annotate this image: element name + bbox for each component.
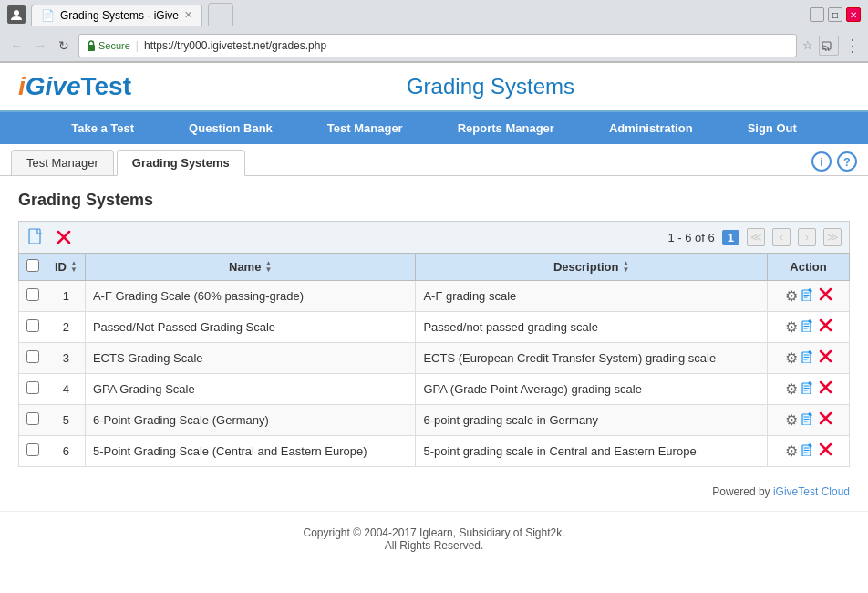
new-tab-btn[interactable] <box>208 3 233 26</box>
forward-button[interactable]: → <box>31 36 49 55</box>
row-checkbox[interactable] <box>26 319 39 332</box>
table-controls-right: 1 - 6 of 6 1 ≪ ‹ › ≫ <box>667 228 842 246</box>
close-button[interactable]: ✕ <box>846 7 861 22</box>
new-doc-button[interactable] <box>26 227 46 247</box>
powered-label: Powered by <box>712 485 770 498</box>
row-action-cell: ⚙ <box>768 405 850 436</box>
row-checkbox[interactable] <box>26 350 39 363</box>
nav-question-bank[interactable]: Question Bank <box>161 112 300 144</box>
action-icons: ⚙ <box>775 318 842 336</box>
action-icons: ⚙ <box>775 349 842 367</box>
browser-tab[interactable]: 📄 Grading Systems - iGive ✕ <box>31 5 202 26</box>
row-check-cell <box>19 343 47 374</box>
tab-bar: Test Manager Grading Systems i ? <box>0 144 868 176</box>
address-input[interactable]: Secure | https://try000.igivetest.net/gr… <box>78 34 797 57</box>
edit-icon[interactable] <box>801 287 815 305</box>
row-action-cell: ⚙ <box>768 436 850 467</box>
nav-administration[interactable]: Administration <box>582 112 720 144</box>
reload-button[interactable]: ↻ <box>55 36 73 55</box>
settings-icon[interactable]: ⚙ <box>785 287 798 305</box>
edit-icon[interactable] <box>801 442 815 460</box>
row-name-cell: GPA Grading Scale <box>85 374 416 405</box>
title-bar-left: 📄 Grading Systems - iGive ✕ <box>7 3 802 26</box>
cast-icon[interactable] <box>819 36 839 56</box>
site-header: iGiveTest Grading Systems <box>0 63 868 112</box>
row-check-cell <box>19 436 47 467</box>
settings-icon[interactable]: ⚙ <box>785 318 798 336</box>
table-row: 5 6-Point Grading Scale (Germany) 6-poin… <box>19 405 850 436</box>
address-bar: ← → ↻ Secure | https://try000.igivetest.… <box>0 29 868 62</box>
tab-icon: 📄 <box>41 9 55 22</box>
settings-icon[interactable]: ⚙ <box>785 442 798 460</box>
table-controls-left <box>26 227 74 247</box>
delete-icon[interactable] <box>819 349 832 367</box>
delete-icon[interactable] <box>819 442 832 460</box>
help-button[interactable]: ? <box>837 151 857 172</box>
tab-close-icon[interactable]: ✕ <box>184 9 192 21</box>
settings-icon[interactable]: ⚙ <box>785 349 798 367</box>
row-checkbox[interactable] <box>26 443 39 456</box>
main-nav: Take a Test Question Bank Test Manager R… <box>0 112 868 144</box>
row-checkbox[interactable] <box>26 288 39 301</box>
edit-icon[interactable] <box>801 349 815 367</box>
delete-icon[interactable] <box>819 287 832 305</box>
row-checkbox[interactable] <box>26 381 39 394</box>
info-button[interactable]: i <box>811 151 832 172</box>
svg-rect-3 <box>29 229 40 244</box>
first-page-button[interactable]: ≪ <box>747 228 765 246</box>
url-text[interactable]: https://try000.igivetest.net/grades.php <box>144 39 326 52</box>
delete-icon[interactable] <box>819 318 832 336</box>
nav-test-manager[interactable]: Test Manager <box>300 112 430 144</box>
tab-test-manager[interactable]: Test Manager <box>11 150 114 175</box>
col-name[interactable]: Name ▲▼ <box>85 254 416 281</box>
row-description-cell: ECTS (European Credit Transfer System) g… <box>416 343 768 374</box>
row-id-cell: 1 <box>47 281 86 312</box>
id-sort-icon: ▲▼ <box>70 261 78 273</box>
row-id-cell: 6 <box>47 436 86 467</box>
action-icons: ⚙ <box>775 411 842 429</box>
content-area: Grading Systems 1 - 6 of 6 1 ≪ ‹ › ≫ <box>0 176 868 482</box>
section-title: Grading Systems <box>18 191 850 210</box>
row-name-cell: Passed/Not Passed Grading Scale <box>85 312 416 343</box>
back-button[interactable]: ← <box>7 36 26 55</box>
secure-badge: Secure <box>87 40 130 51</box>
table-row: 2 Passed/Not Passed Grading Scale Passed… <box>19 312 850 343</box>
nav-sign-out[interactable]: Sign Out <box>720 112 824 144</box>
user-icon-btn[interactable] <box>7 5 26 24</box>
row-name-cell: 6-Point Grading Scale (Germany) <box>85 405 416 436</box>
row-description-cell: A-F grading scale <box>416 281 768 312</box>
row-check-cell <box>19 312 47 343</box>
browser-chrome: 📄 Grading Systems - iGive ✕ – □ ✕ ← → ↻ … <box>0 0 868 63</box>
table-row: 4 GPA Grading Scale GPA (Grade Point Ave… <box>19 374 850 405</box>
col-id[interactable]: ID ▲▼ <box>47 254 86 281</box>
next-page-button[interactable]: › <box>798 228 816 246</box>
row-check-cell <box>19 405 47 436</box>
settings-icon[interactable]: ⚙ <box>785 380 798 398</box>
edit-icon[interactable] <box>801 380 815 398</box>
row-action-cell: ⚙ <box>768 281 850 312</box>
maximize-button[interactable]: □ <box>828 7 842 22</box>
col-description[interactable]: Description ▲▼ <box>416 254 768 281</box>
edit-icon[interactable] <box>801 318 815 336</box>
delete-icon[interactable] <box>819 411 832 429</box>
last-page-button[interactable]: ≫ <box>823 228 842 246</box>
row-checkbox[interactable] <box>26 412 39 425</box>
minimize-button[interactable]: – <box>810 7 824 22</box>
col-check <box>19 254 47 281</box>
nav-take-a-test[interactable]: Take a Test <box>44 112 161 144</box>
page-title: Grading Systems <box>131 74 850 99</box>
settings-icon[interactable]: ⚙ <box>785 411 798 429</box>
select-all-checkbox[interactable] <box>26 259 39 272</box>
delete-icon[interactable] <box>819 380 832 398</box>
prev-page-button[interactable]: ‹ <box>772 228 790 246</box>
menu-icon[interactable]: ⋮ <box>844 36 861 56</box>
delete-selected-button[interactable] <box>54 227 74 247</box>
logo-give: Give <box>26 72 81 100</box>
tab-grading-systems[interactable]: Grading Systems <box>117 150 245 176</box>
edit-icon[interactable] <box>801 411 815 429</box>
action-icons: ⚙ <box>775 442 842 460</box>
desc-sort-icon: ▲▼ <box>623 261 630 273</box>
nav-reports-manager[interactable]: Reports Manager <box>430 112 582 144</box>
powered-link[interactable]: iGiveTest Cloud <box>773 485 850 498</box>
bookmark-icon[interactable]: ☆ <box>802 38 813 52</box>
